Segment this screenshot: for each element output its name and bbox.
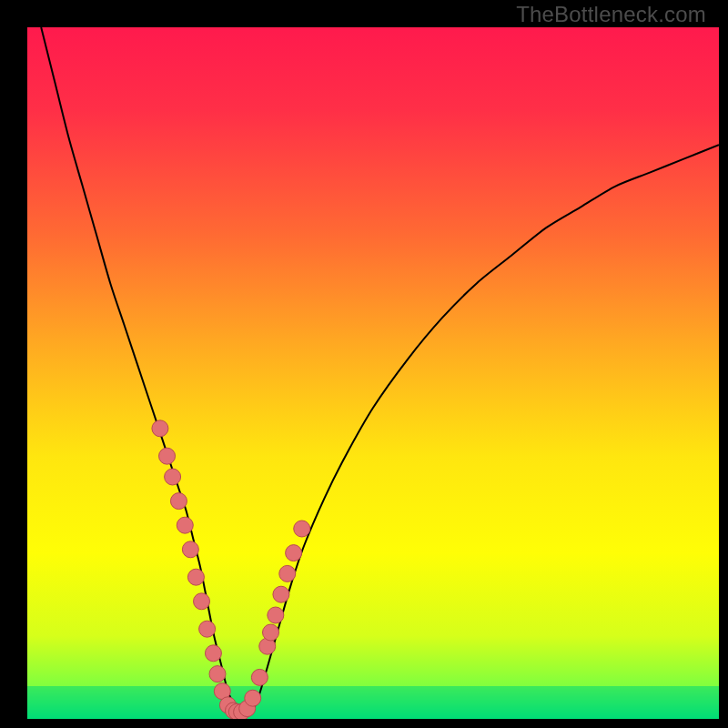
chart-frame: TheBottleneck.com <box>0 0 728 728</box>
curve-marker <box>165 469 181 485</box>
watermark-text: TheBottleneck.com <box>516 0 706 27</box>
curve-marker <box>245 690 261 706</box>
curve-marker <box>268 607 284 623</box>
plot-area <box>27 27 719 719</box>
curve-marker <box>187 569 204 585</box>
curve-marker <box>199 621 216 637</box>
curve-marker <box>205 645 221 662</box>
curve-marker <box>152 420 168 437</box>
curve-marker <box>279 565 296 581</box>
curve-marker <box>194 593 210 610</box>
curve-marker <box>263 624 279 641</box>
curve-marker <box>177 517 193 533</box>
curve-marker <box>182 541 198 558</box>
curve-marker <box>159 448 176 464</box>
curve-layer <box>27 27 719 719</box>
curve-markers <box>152 420 310 719</box>
curve-marker <box>170 493 187 510</box>
curve-marker <box>294 521 310 537</box>
curve-marker <box>209 666 226 682</box>
bottleneck-curve <box>41 27 719 713</box>
curve-marker <box>286 545 302 561</box>
curve-marker <box>273 586 289 602</box>
curve-marker <box>251 669 268 685</box>
